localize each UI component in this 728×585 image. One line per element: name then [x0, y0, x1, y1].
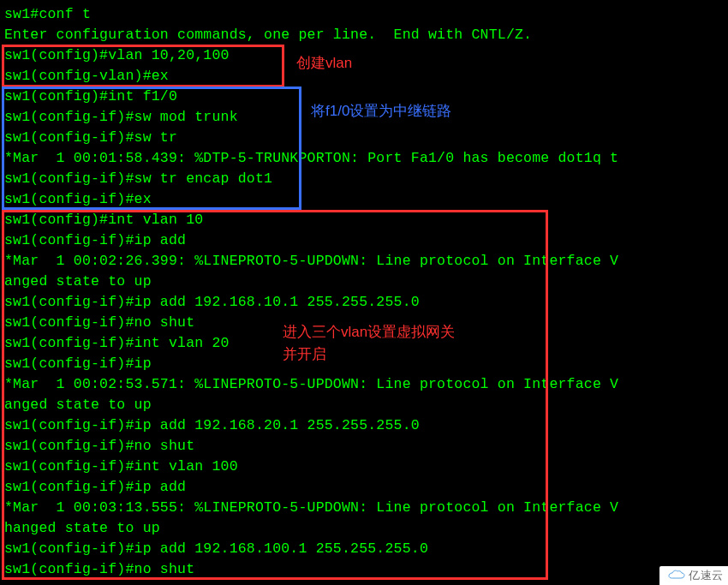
- terminal-line: sw1(config)#int f1/0: [4, 87, 618, 107]
- terminal-line: sw1(config-if)#ip add 192.168.100.1 255.…: [4, 539, 618, 559]
- terminal-line: sw1(config-if)#ip add 192.168.20.1 255.2…: [4, 415, 618, 436]
- terminal-line: sw1#conf t: [4, 4, 618, 25]
- terminal-line: sw1(config-if)#ip add: [4, 477, 618, 498]
- terminal-line: sw1(config-if)#ip: [4, 354, 618, 374]
- terminal-line: *Mar 1 00:02:26.399: %LINEPROTO-5-UPDOWN…: [4, 251, 618, 272]
- terminal-line: *Mar 1 00:03:13.555: %LINEPROTO-5-UPDOWN…: [4, 498, 618, 518]
- terminal-line: sw1(config-if)#no shut: [4, 436, 618, 457]
- terminal-line: sw1(config-if)#no shut: [4, 313, 618, 333]
- terminal-line: sw1(config-if)#sw tr: [4, 128, 618, 148]
- terminal-line: sw1(config-if)#no shut: [4, 559, 618, 580]
- terminal-line: hanged state to up: [4, 518, 618, 539]
- terminal-line: sw1(config-if)#sw mod trunk: [4, 107, 618, 128]
- terminal-line: *Mar 1 00:02:53.571: %LINEPROTO-5-UPDOWN…: [4, 374, 618, 395]
- terminal-line: anged state to up: [4, 272, 618, 292]
- terminal-line: sw1(config)#int vlan 10: [4, 210, 618, 230]
- terminal-line: anged state to up: [4, 395, 618, 415]
- terminal-output: sw1#conf t Enter configuration commands,…: [4, 4, 618, 580]
- terminal-line: sw1(config-if)#ip add: [4, 230, 618, 251]
- terminal-line: sw1(config-if)#ip add 192.168.10.1 255.2…: [4, 292, 618, 313]
- terminal-line: sw1(config-if)#int vlan 100: [4, 457, 618, 477]
- terminal-line: sw1(config)#vlan 10,20,100: [4, 45, 618, 66]
- watermark-text: 亿速云: [689, 568, 723, 583]
- terminal-line: sw1(config-if)#int vlan 20: [4, 333, 618, 354]
- cloud-icon: [668, 570, 685, 582]
- terminal-line: Enter configuration commands, one per li…: [4, 25, 618, 45]
- terminal-line: *Mar 1 00:01:58.439: %DTP-5-TRUNKPORTON:…: [4, 148, 618, 169]
- terminal-line: sw1(config-if)#ex: [4, 189, 618, 210]
- watermark: 亿速云: [659, 566, 728, 585]
- terminal-line: sw1(config-vlan)#ex: [4, 66, 618, 87]
- terminal-line: sw1(config-if)#sw tr encap dot1: [4, 169, 618, 189]
